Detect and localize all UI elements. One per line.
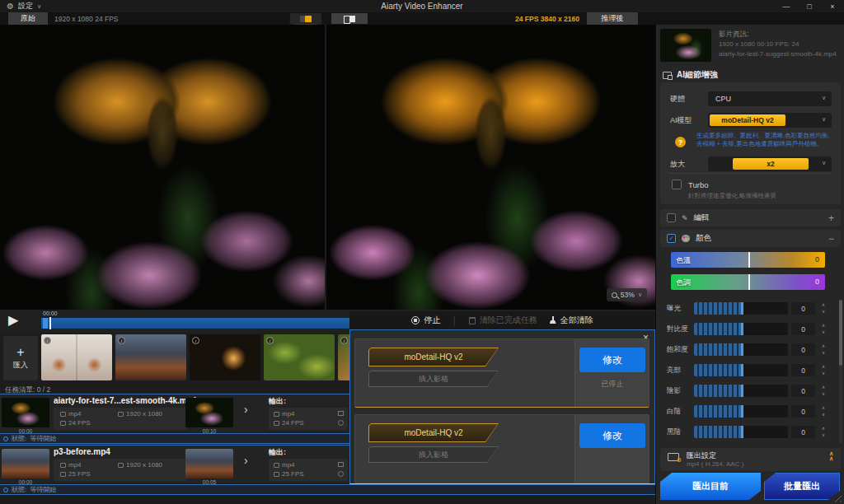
export-settings[interactable]: 匯出設定 mp4 ( H.264, AAC ) ∧∧ [660,448,841,471]
clip-thumbnail[interactable]: i [115,334,186,380]
clip-thumbnail[interactable]: i [190,334,260,380]
zoom-control[interactable]: 53% ∨ [607,288,647,301]
info-icon[interactable]: i [340,337,348,344]
settings-sidebar: 影片資訊: 1920 x 1080 00:10 FPS: 24 aiarty-f… [655,25,844,504]
tab-original[interactable]: 原始 [8,12,48,25]
play-button[interactable]: ▶ [8,312,18,329]
adjustment-stepper[interactable]: ∧∨ [818,384,828,397]
upscale-dropdown[interactable]: x2 ∨ [708,156,832,171]
divider: │ [452,316,457,325]
adjustment-stepper[interactable]: ∧∨ [818,322,828,335]
edit-checkbox[interactable] [667,213,676,222]
split-view-toggle[interactable] [331,13,368,24]
upscale-label: 放大 [670,159,685,170]
clear-all-button[interactable]: 全部清除 [549,315,593,326]
chevron-up-icon[interactable]: ∧∧ [829,451,833,461]
temperature-slider[interactable]: 色溫 0 [671,252,825,268]
clip-thumbnail[interactable]: i [264,334,335,380]
color-checkbox[interactable]: ✓ [667,234,676,243]
slider-center-marker[interactable] [748,274,750,290]
slider-thumb[interactable] [741,426,743,438]
adjustment-slider[interactable] [694,385,788,397]
collapse-icon[interactable]: − [828,233,834,245]
info-icon[interactable]: i [44,337,51,344]
insert-frames-tag[interactable]: 插入影格 [368,371,499,387]
fps-icon [60,472,66,477]
adjustment-slider[interactable] [694,323,788,335]
task-format: mp4 [68,461,82,469]
adjustment-stepper[interactable]: ∧∨ [818,363,828,376]
color-section-bar[interactable]: ✓ 顏色 − [660,230,841,247]
modify-button[interactable]: 修改 [579,348,645,372]
app-window: ⚙ 設定 ∨ Aiarty Video Enhancer — □ × 原始 19… [0,0,844,504]
single-view-toggle[interactable] [290,13,321,24]
modify-button[interactable]: 修改 [579,423,645,448]
edit-section-bar[interactable]: ✎ 編輯 + [660,209,841,226]
ai-settings-box: 硬體 CPU ∨ AI模型 moDetail-HQ v2 ∨ ? 生成更多細節、… [660,82,841,204]
task-filename: aiarty-for-test-7...est-smooth-4k.mp4 [54,396,196,405]
model-tag[interactable]: moDetail-HQ v2 [368,423,499,442]
tab-enhanced[interactable]: 推理後 [587,12,638,25]
adjustment-value: 0 [791,323,815,335]
ai-enhance-section-header: AI細節增強 [663,69,718,81]
stop-button[interactable]: 停止 [411,315,440,326]
playhead[interactable] [43,318,48,329]
adjustment-stepper[interactable]: ∧∨ [818,404,828,418]
export-current-button[interactable]: 匯出目前 [660,473,761,500]
adjustment-stepper[interactable]: ∧∨ [818,301,828,315]
preview-before-pane[interactable] [0,25,325,310]
dialog-header: 停止 │ 清除已完成任務 全部清除 [349,311,655,329]
preview-after-pane[interactable]: 53% ∨ [326,25,655,310]
adjustment-slider[interactable] [694,302,788,315]
status-dot-icon [3,436,8,441]
task-source-info: mp4 1920 x 1080 24 FPS [54,408,187,430]
batch-export-button[interactable]: 批量匯出 [764,473,840,500]
adjustment-row: 亮部 0 ∧∨ [656,362,844,382]
minimize-button[interactable]: — [775,0,798,12]
scrollbar[interactable] [839,300,842,443]
adjustment-row: 陰影 0 ∧∨ [656,382,844,403]
adjustment-stepper[interactable]: ∧∨ [818,343,828,356]
slider-thumb[interactable] [741,343,743,356]
model-dropdown[interactable]: moDetail-HQ v2 ∨ [708,113,832,128]
import-button[interactable]: + 匯入 [3,336,38,380]
turbo-checkbox[interactable] [672,180,682,189]
maximize-button[interactable]: □ [798,0,821,12]
model-description: 生成更多細節、更銳利、更清晰,色彩更自然均衡,去模糊 + 去噪,更出色地還原貓咪… [696,132,835,147]
model-tag-label: moDetail-HQ v2 [369,424,498,441]
adjustment-stepper[interactable]: ∧∨ [818,425,828,438]
pencil-icon: ✎ [682,214,688,222]
task-format: mp4 [68,410,82,418]
slider-thumb[interactable] [741,405,743,418]
slider-thumb[interactable] [741,323,743,335]
adjustment-slider[interactable] [694,426,788,438]
help-icon[interactable]: ? [675,137,686,147]
clip-thumbnail[interactable]: i [41,334,112,380]
slider-thumb[interactable] [741,364,743,376]
slider-thumb[interactable] [741,302,743,315]
model-tag[interactable]: moDetail-HQ v2 [368,348,499,366]
playhead-time: 00:00 [43,310,58,316]
hardware-dropdown[interactable]: CPU ∨ [708,91,832,106]
info-icon[interactable]: i [266,337,274,344]
task-source-thumbnail [2,398,49,427]
slider-thumb[interactable] [741,385,743,397]
adjustment-slider[interactable] [694,405,788,418]
clear-completed-button[interactable]: 清除已完成任務 [469,315,537,326]
scrollbar-handle[interactable] [839,300,842,366]
insert-frames-tag[interactable]: 插入影格 [368,446,499,463]
slider-center-marker[interactable] [748,252,750,268]
card-action-panel: 修改 已停止 [574,339,649,407]
task-out-format: mp4 [282,461,295,469]
expand-icon[interactable]: + [828,212,834,224]
close-button[interactable]: × [821,0,844,12]
adjustment-slider[interactable] [694,364,788,376]
adjustment-slider[interactable] [694,343,788,356]
task-output-label: 輸出: [269,447,286,458]
info-icon[interactable]: i [118,337,125,344]
info-icon[interactable]: i [192,337,199,344]
palette-icon [682,235,690,242]
preview-after-image [326,25,655,310]
model-label: AI模型 [670,115,692,126]
tint-slider[interactable]: 色調 0 [671,274,825,290]
